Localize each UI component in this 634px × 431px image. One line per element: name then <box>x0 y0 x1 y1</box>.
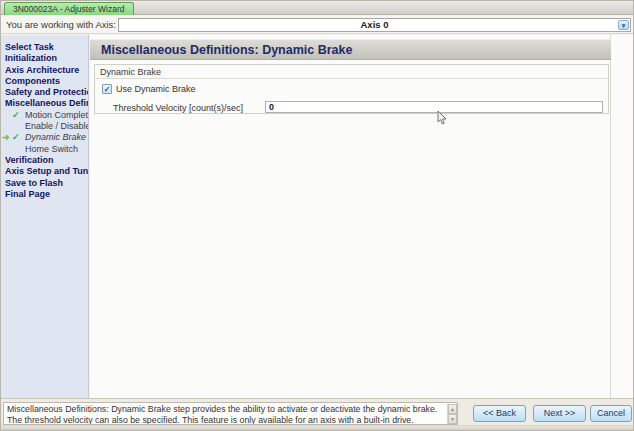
axis-selector-label: You are working with Axis: <box>6 19 116 30</box>
sidebar-item-dynamic-brake[interactable]: ➜ ✓ Dynamic Brake <box>1 132 88 143</box>
threshold-velocity-label: Threshold Velocity [count(s)/sec] <box>113 103 243 113</box>
sidebar-item-verification[interactable]: Verification <box>1 155 88 166</box>
back-button[interactable]: << Back <box>473 405 526 422</box>
description-scrollbar[interactable]: ▲ ▼ <box>447 404 456 425</box>
mouse-cursor-icon <box>437 111 448 126</box>
wizard-main-panel: Miscellaneous Definitions: Dynamic Brake… <box>90 35 634 398</box>
use-dynamic-brake-checkbox[interactable]: ✓ <box>102 84 112 94</box>
window-top-strip: 3N000023A - Adjuster Wizard <box>1 1 634 15</box>
axis-select-dropdown[interactable]: Axis 0 ▾ <box>118 18 631 32</box>
wizard-step-sidebar: Select Task Initialization Axis Architec… <box>1 35 89 398</box>
use-dynamic-brake-label: Use Dynamic Brake <box>116 84 196 94</box>
sidebar-item-axis-architecture[interactable]: Axis Architecture <box>1 65 88 76</box>
sidebar-item-final-page[interactable]: Final Page <box>1 189 88 200</box>
sidebar-item-home-switch[interactable]: Home Switch <box>1 144 88 155</box>
threshold-velocity-input[interactable]: 0 <box>265 101 603 113</box>
dynamic-brake-groupbox: Dynamic Brake ✓ Use Dynamic Brake Thresh… <box>94 64 609 114</box>
sidebar-item-miscellaneous-definitions[interactable]: Miscellaneous Definitions <box>1 98 88 109</box>
sidebar-item-safety-and-protection[interactable]: Safety and Protection <box>1 87 88 98</box>
sidebar-item-components[interactable]: Components <box>1 76 88 87</box>
sidebar-item-save-to-flash[interactable]: Save to Flash <box>1 178 88 189</box>
axis-selector-bar: You are working with Axis: Axis 0 ▾ <box>1 16 634 34</box>
step-description-text: Miscellaneous Definitions: Dynamic Brake… <box>7 404 437 425</box>
chevron-down-icon[interactable]: ▾ <box>618 20 629 30</box>
scroll-down-icon[interactable]: ▼ <box>448 414 457 424</box>
page-title-bar: Miscellaneous Definitions: Dynamic Brake <box>90 39 611 60</box>
scroll-up-icon[interactable]: ▲ <box>448 404 457 414</box>
sidebar-item-axis-setup-and-tuning[interactable]: Axis Setup and Tuning <box>1 166 88 177</box>
page-title: Miscellaneous Definitions: Dynamic Brake <box>101 43 352 57</box>
current-step-arrow-icon: ➜ <box>2 132 10 143</box>
sidebar-item-select-task[interactable]: Select Task <box>1 42 88 53</box>
next-button[interactable]: Next >> <box>533 405 586 422</box>
threshold-velocity-row: Threshold Velocity [count(s)/sec] 0 <box>113 101 607 115</box>
groupbox-title: Dynamic Brake <box>100 67 161 77</box>
sidebar-item-initialization[interactable]: Initialization <box>1 53 88 64</box>
axis-selected-value: Axis 0 <box>361 19 389 30</box>
sidebar-item-enable-disable-brake[interactable]: Enable / Disable / Brake <box>1 121 88 132</box>
step-description-box: Miscellaneous Definitions: Dynamic Brake… <box>3 402 458 425</box>
adjuster-wizard-window: 3N000023A - Adjuster Wizard You are work… <box>0 0 634 431</box>
groupbox-separator <box>95 78 608 79</box>
window-bottom-edge <box>1 425 634 431</box>
sidebar-item-motion-completion[interactable]: ✓ Motion Completion <box>1 110 88 121</box>
wizard-page-area: Miscellaneous Definitions: Dynamic Brake… <box>90 35 611 398</box>
check-icon: ✓ <box>12 132 20 143</box>
cancel-button[interactable]: Cancel <box>590 405 632 422</box>
check-icon: ✓ <box>12 110 20 121</box>
wizard-title-tab[interactable]: 3N000023A - Adjuster Wizard <box>4 2 134 15</box>
